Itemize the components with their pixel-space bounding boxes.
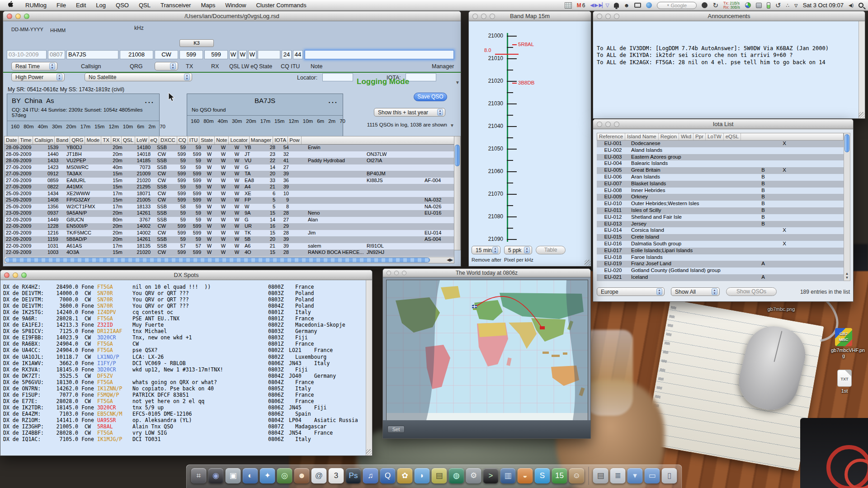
iota-table-row[interactable]: EU-009Orkney B bbox=[597, 194, 844, 201]
desktop-file-label-gb7mbc[interactable]: gb7mbc.png bbox=[754, 306, 808, 312]
dx-spot-row[interactable]: DX de IQ1AC: 7105.0 Fone IK1MJG/P DCI TO… bbox=[3, 436, 369, 442]
spotted-callsign[interactable]: DF5ZV bbox=[97, 373, 132, 379]
iota-table-row[interactable]: EU-002Aland Islands bbox=[597, 147, 844, 154]
dx-spot-row[interactable]: DX de IK2STG: 14240.0 Fone IZ4DPV cq con… bbox=[3, 309, 369, 315]
log-table-row[interactable]: 27-09-20090912 TA3AX15m 21009CW 599599 W… bbox=[5, 171, 454, 178]
iota-table-row[interactable]: EU-007Blasket Islands B bbox=[597, 181, 844, 188]
eqsl-flag-field[interactable]: W bbox=[248, 50, 256, 59]
menu-item[interactable]: QSO bbox=[116, 2, 129, 9]
dock-app-icon[interactable]: @ bbox=[311, 468, 327, 483]
band-status-cell[interactable]: 30m bbox=[232, 118, 242, 124]
dock-app-icon[interactable]: ✿ bbox=[397, 468, 413, 483]
cq-zone-field[interactable]: 24 bbox=[282, 50, 292, 59]
scroll-arrows-icon[interactable]: ▲▼ bbox=[844, 272, 850, 280]
iota-table-row[interactable]: EU-003Eastern Azores group bbox=[597, 154, 844, 161]
band-status-cell[interactable]: 80m bbox=[24, 124, 33, 129]
dock-app-icon[interactable]: ▣ bbox=[226, 468, 241, 483]
log-column-header[interactable]: Note bbox=[215, 136, 229, 144]
dx-spot-row[interactable]: DX de IK1AWV: 3662.0 Fone I1FY/P DCI VC0… bbox=[3, 360, 369, 366]
resize-grip[interactable] bbox=[585, 260, 590, 266]
band-status-cell[interactable]: 40m bbox=[38, 124, 48, 129]
dock-app-icon[interactable]: ◎ bbox=[277, 468, 292, 483]
iota-table-row[interactable]: EU-011Isles of Scilly B bbox=[597, 207, 844, 214]
dock-app-icon[interactable]: ☺ bbox=[569, 468, 585, 483]
iota-table-row[interactable]: EU-001Dodecanese X bbox=[597, 141, 844, 147]
satellite-popup[interactable]: No Satellite▲▼ bbox=[85, 73, 192, 81]
menu-item[interactable]: File bbox=[57, 2, 66, 9]
log-horizontal-scrollbar[interactable]: ◀▶ bbox=[4, 257, 454, 263]
log-column-header[interactable]: TX bbox=[101, 136, 111, 144]
iota-column-header[interactable]: Region bbox=[659, 133, 679, 140]
battery-menu-icon[interactable] bbox=[767, 1, 770, 9]
dock-app-icon[interactable]: ◉ bbox=[208, 468, 224, 483]
band-status-cell[interactable]: 12m bbox=[288, 118, 298, 124]
iota-table-row[interactable]: EU-017Eolie Islands;Lipari Islands bbox=[597, 248, 844, 254]
spotted-callsign[interactable]: IK1ZNN/P bbox=[97, 385, 132, 392]
dock-app-icon[interactable]: ☻ bbox=[294, 468, 310, 483]
menu-item[interactable]: Log bbox=[96, 2, 106, 9]
log-table-row[interactable]: 27-09-20091423 MS0WRC40m 7073SSB 5959 WW… bbox=[5, 164, 454, 171]
band-status-cell[interactable]: 30m bbox=[52, 124, 62, 129]
dx-spot-row[interactable]: DX de RX4HZ: 28490.0 Fone FT5GA nil on 1… bbox=[3, 284, 369, 290]
menu-item[interactable]: Edit bbox=[76, 2, 86, 9]
spotted-callsign[interactable]: 3D20CR bbox=[97, 334, 132, 341]
log-table-row[interactable]: 25-09-20091408 FP/G3ZAY15m 21005CW 59959… bbox=[5, 197, 454, 204]
dock-app-icon[interactable]: 3 bbox=[329, 468, 344, 483]
log-column-header[interactable]: State bbox=[199, 136, 215, 144]
band-status-cell[interactable]: 20m bbox=[246, 118, 256, 124]
dx-spot-row[interactable]: DX de DK7ZT: 3525.5 CW DF5ZV 0804Z JO40 … bbox=[3, 373, 369, 379]
dock-app-icon[interactable]: Q bbox=[380, 468, 396, 483]
iota-region-popup[interactable]: Europe▲▼ bbox=[597, 287, 665, 296]
volume-menu-icon[interactable]: ◀) bbox=[849, 1, 854, 9]
log-column-header[interactable]: LoW bbox=[135, 136, 149, 144]
iota-table-row[interactable]: EU-005Great Britain BX bbox=[597, 167, 844, 174]
spotlight-search-icon[interactable] bbox=[859, 1, 863, 9]
spotted-callsign[interactable]: I1FY/P bbox=[97, 360, 132, 366]
dx-spot-row[interactable]: DX de RX3VA: 18145.0 Fone 3D20CR wkd up1… bbox=[3, 366, 369, 373]
dx-spot-row[interactable]: DX de SP8ICV: 7125.0 Fone DR12IAAF tnx M… bbox=[3, 328, 369, 334]
log-table-row[interactable]: 22-09-20091228 EN500I/P20m 14002CW 59959… bbox=[5, 223, 454, 230]
dock-app-icon[interactable]: > bbox=[483, 468, 499, 483]
log-table-row[interactable]: 25-09-20091434 XE2WWW17m 18071CW 599599 … bbox=[5, 191, 454, 197]
spotted-callsign[interactable]: F5MQW/P bbox=[97, 392, 132, 398]
dx-spot-row[interactable]: DX de UA1OJL: 10118.7 CW LX1NO/P LCA: LX… bbox=[3, 354, 369, 360]
iota-vertical-scrollbar[interactable]: ▲▼ bbox=[844, 133, 850, 281]
dock-app-icon[interactable]: ◐ bbox=[243, 468, 258, 483]
band-status-cell[interactable]: 6m bbox=[137, 124, 144, 129]
dx-spot-row[interactable]: DX de F1SUP: 7077.0 Fone F5MQW/P PATRICK… bbox=[3, 392, 369, 398]
iota-column-header[interactable]: Ppr bbox=[693, 133, 706, 140]
spotted-callsign[interactable]: EB5CNK/M bbox=[97, 411, 132, 417]
dx-spot-row[interactable]: DX de E77E: 28028.0 CW FT5GA not yet her… bbox=[3, 398, 369, 404]
iota-table-row[interactable]: EU-015Crete Island bbox=[597, 234, 844, 241]
locator-field[interactable] bbox=[322, 73, 353, 81]
bandmap-spot[interactable]: 5R8AL bbox=[512, 42, 534, 47]
dock-app-icon[interactable]: ▥ bbox=[500, 468, 516, 483]
cpu-pie-menu-icon[interactable] bbox=[745, 1, 751, 9]
wifi-menu-icon[interactable]: ▿ bbox=[794, 1, 798, 9]
iota-table-row[interactable]: EU-018Faroe Islands bbox=[597, 254, 844, 261]
band-map-titlebar[interactable]: Band Map 15m bbox=[469, 11, 591, 21]
dx-spots-scrollbar[interactable] bbox=[366, 280, 372, 455]
user-status-icon[interactable]: ☻ bbox=[624, 1, 630, 9]
mode-field[interactable]: CW bbox=[155, 50, 178, 59]
dx-spot-row[interactable]: DX de IZ4BBF: 28028.0 CW FT5GA vry LOW S… bbox=[3, 430, 369, 436]
dx-spot-row[interactable]: DX de UA4CC: 24904.0 Fone FT5GA pse QSX?… bbox=[3, 347, 369, 353]
disk-menu-icon[interactable] bbox=[756, 1, 762, 9]
log-table-row[interactable]: 22-09-20091159 5B8AD/P20m 14261SSB 5959 … bbox=[5, 236, 454, 243]
announcements-scrollbar[interactable] bbox=[859, 21, 865, 118]
spotted-callsign[interactable]: 3D20CR bbox=[97, 404, 132, 411]
dx-spot-row[interactable]: DX de DE1VTM: 3600.0 Fone SN70R You QRV … bbox=[3, 303, 369, 309]
menubar-clock[interactable]: Sat 3 Oct 09:07 bbox=[803, 2, 844, 9]
spotted-callsign[interactable]: FT5GA bbox=[97, 347, 132, 353]
log-vscroll-thumb[interactable] bbox=[455, 145, 460, 166]
band-status-cell[interactable]: 10m bbox=[303, 118, 313, 124]
rst-rx-field[interactable]: 599 bbox=[204, 50, 228, 59]
dock-app-icon[interactable]: ◒ bbox=[518, 468, 533, 483]
lotw-flag-field[interactable]: W bbox=[239, 50, 247, 59]
band-status-cell[interactable]: 70 bbox=[340, 118, 345, 124]
qsl-flag-field[interactable]: W bbox=[229, 50, 237, 59]
sync-menu-icon[interactable]: ↻ bbox=[712, 1, 718, 9]
log-column-header[interactable]: Mode bbox=[85, 136, 101, 144]
desktop-icon-gb7mbcvhf[interactable]: GB7 MBC gb7mbcVHF.pn g bbox=[831, 328, 856, 358]
dx-spot-row[interactable]: DX de ON7RN: 14262.0 Fone IK1ZNN/P No co… bbox=[3, 385, 369, 392]
